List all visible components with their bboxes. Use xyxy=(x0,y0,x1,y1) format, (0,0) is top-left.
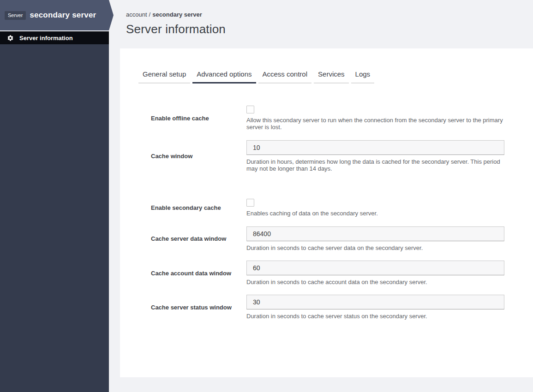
field-help-cache-server-data-window: Duration in seconds to cache server data… xyxy=(246,244,504,251)
tab-general-setup[interactable]: General setup xyxy=(138,70,190,83)
field-label-cache-window: Cache window xyxy=(151,153,246,160)
field-help-enable-offline-cache: Allow this secondary server to run when … xyxy=(246,117,504,131)
cache-server-status-window-input[interactable] xyxy=(246,295,504,309)
form-row-cache-account-data-window: Cache account data window Duration in se… xyxy=(151,261,504,285)
tab-access-control[interactable]: Access control xyxy=(258,70,312,83)
main-area: account/secondary server Server informat… xyxy=(109,0,533,392)
page-title: Server information xyxy=(126,22,533,36)
field-label-cache-server-data-window: Cache server data window xyxy=(151,235,246,242)
tab-services[interactable]: Services xyxy=(314,70,349,83)
form-row-cache-server-status-window: Cache server status window Duration in s… xyxy=(151,295,504,320)
page-header: account/secondary server Server informat… xyxy=(109,0,533,48)
field-label-enable-secondary-cache: Enable secondary cache xyxy=(151,204,246,211)
breadcrumb: account/secondary server xyxy=(126,11,533,18)
field-help-cache-window: Duration in hours, determines how long t… xyxy=(246,158,504,172)
tab-advanced-options[interactable]: Advanced options xyxy=(192,70,256,83)
field-label-enable-offline-cache: Enable offline cache xyxy=(151,115,246,122)
field-help-cache-account-data-window: Duration in seconds to cache account dat… xyxy=(246,279,504,285)
server-type-badge: Server xyxy=(5,11,26,20)
gear-icon xyxy=(7,35,14,42)
sidebar-nav: Server information xyxy=(0,31,109,44)
form-row-enable-offline-cache: Enable offline cache Allow this secondar… xyxy=(151,106,504,131)
field-label-cache-account-data-window: Cache account data window xyxy=(151,270,246,277)
form-row-cache-server-data-window: Cache server data window Duration in sec… xyxy=(151,226,504,251)
field-help-enable-secondary-cache: Enables caching of data on the secondary… xyxy=(246,210,504,217)
advanced-options-form: Enable offline cache Allow this secondar… xyxy=(151,106,504,320)
breadcrumb-separator: / xyxy=(149,11,151,18)
content-panel: General setup Advanced options Access co… xyxy=(120,48,533,377)
field-label-cache-server-status-window: Cache server status window xyxy=(151,304,246,311)
form-row-cache-window: Cache window Duration in hours, determin… xyxy=(151,140,504,172)
sidebar-server-name: secondary server xyxy=(30,11,96,20)
cache-server-data-window-input[interactable] xyxy=(246,226,504,241)
field-help-cache-server-status-window: Duration in seconds to cache server stat… xyxy=(246,313,504,320)
sidebar-header: Server secondary server xyxy=(0,0,109,30)
sidebar-item-server-information[interactable]: Server information xyxy=(0,31,109,44)
tab-bar: General setup Advanced options Access co… xyxy=(138,70,533,83)
sidebar: Server secondary server Server informati… xyxy=(0,0,109,392)
enable-secondary-cache-checkbox[interactable] xyxy=(246,199,254,207)
breadcrumb-account-link[interactable]: account xyxy=(126,11,147,18)
app-window: Server secondary server Server informati… xyxy=(0,0,533,392)
tab-logs[interactable]: Logs xyxy=(351,70,375,83)
nav-item-label: Server information xyxy=(19,35,73,42)
breadcrumb-current: secondary server xyxy=(152,11,202,18)
enable-offline-cache-checkbox[interactable] xyxy=(246,106,254,113)
form-row-enable-secondary-cache: Enable secondary cache Enables caching o… xyxy=(151,199,504,217)
cache-window-input[interactable] xyxy=(246,140,504,155)
cache-account-data-window-input[interactable] xyxy=(246,261,504,275)
